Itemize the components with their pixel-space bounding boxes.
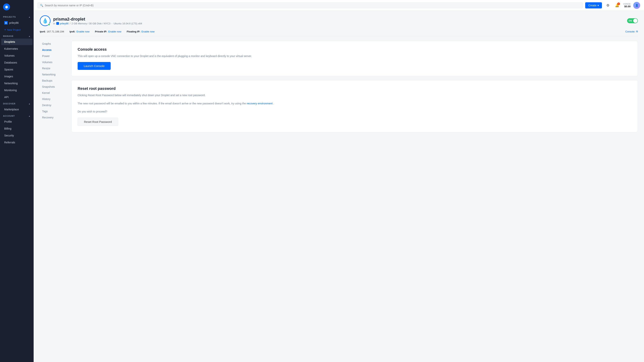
private-ip-enable-link[interactable]: Enable now (108, 30, 122, 33)
private-ip-group: Private IP: Enable now (95, 30, 122, 33)
kubernetes-label: Kubernetes (4, 47, 18, 50)
reset-password-button[interactable]: Reset Root Password (78, 118, 118, 126)
droplet-project-link[interactable]: priley86 (60, 22, 68, 25)
reset-password-desc2: The new root password will be emailed to… (78, 101, 632, 106)
notifications-button[interactable]: 🔔 4 (614, 2, 620, 9)
security-label: Security (4, 134, 14, 137)
sidebar-item-networking[interactable]: Networking (1, 80, 32, 86)
cards-area: Console access This will open up a conso… (71, 41, 638, 132)
droplet-specs: / (70, 22, 70, 25)
subnav-networking[interactable]: Networking (40, 72, 67, 77)
sidebar-item-referrals[interactable]: Referrals (1, 139, 32, 146)
create-label: Create (588, 4, 596, 7)
images-label: Images (4, 75, 13, 78)
topbar-right: Create ▾ ⚙ 🔔 4 USAGE $0.00 👤 (585, 2, 640, 9)
usage-amount: $0.00 (623, 5, 630, 8)
sidebar-item-volumes[interactable]: Volumes (1, 52, 32, 59)
project-icon: ▦ (4, 21, 8, 24)
create-button[interactable]: Create ▾ (585, 2, 602, 8)
subnav-history[interactable]: History (40, 96, 67, 102)
droplet-meta: in priley86 / 2 GB Memory / 30 GB Disk /… (53, 22, 624, 25)
volumes-label: Volumes (4, 54, 14, 57)
subnav-graphs[interactable]: Graphs (40, 41, 67, 47)
api-label: API (4, 96, 9, 99)
floating-ip-group: Floating IP: Enable now (127, 30, 155, 33)
spaces-label: Spaces (4, 68, 13, 71)
reset-password-title: Reset root password (78, 86, 632, 91)
sidebar-item-marketplace[interactable]: Marketplace (1, 106, 32, 113)
ipv6-label: ipv6: (70, 30, 75, 33)
droplets-label: Droplets (4, 40, 15, 43)
subnav-resize[interactable]: Resize (40, 65, 67, 71)
page-content: 💧 prisma2-droplet in priley86 / 2 GB Mem… (34, 11, 644, 362)
projects-section-label: PROJECTS (3, 16, 16, 18)
ipv6-enable-link[interactable]: Enable now (76, 30, 90, 33)
subnav-destroy[interactable]: Destroy (40, 102, 67, 108)
droplet-status-dot (48, 23, 50, 26)
toggle-track[interactable]: ON (627, 18, 638, 23)
console-access-card: Console access This will open up a conso… (71, 41, 638, 76)
console-label: Console: (625, 30, 635, 33)
subnav-tags[interactable]: Tags (40, 108, 67, 114)
console-link[interactable]: Console: ⧉ (625, 30, 638, 33)
manage-chevron-icon: ▲ (28, 35, 30, 37)
private-ip-label: Private IP: (95, 30, 107, 33)
reset-password-desc2-period: . (274, 102, 274, 105)
subnav-backups[interactable]: Backups (40, 78, 67, 83)
search-input[interactable] (45, 4, 580, 7)
manage-section-label: MANAGE (3, 35, 14, 37)
sidebar-item-kubernetes[interactable]: Kubernetes (1, 45, 32, 52)
project-tag-icon (56, 22, 59, 25)
projects-section-header[interactable]: PROJECTS ▲ (0, 14, 34, 19)
sidebar-item-billing[interactable]: Billing (1, 125, 32, 132)
databases-label: Databases (4, 61, 17, 64)
console-access-desc: This will open up a console VNC connecti… (78, 54, 632, 58)
subnav-volumes[interactable]: Volumes (40, 59, 67, 65)
sidebar-item-spaces[interactable]: Spaces (1, 66, 32, 73)
external-link-icon: ⧉ (636, 30, 638, 33)
floating-ip-enable-link[interactable]: Enable now (142, 30, 154, 33)
droplet-header: 💧 prisma2-droplet in priley86 / 2 GB Mem… (40, 15, 638, 26)
new-project-label: New Project (7, 28, 20, 31)
sidebar-item-databases[interactable]: Databases (1, 59, 32, 66)
toggle-knob (633, 19, 638, 23)
sidebar-item-security[interactable]: Security (1, 132, 32, 139)
launch-console-button[interactable]: Launch Console (78, 62, 111, 70)
subnav-kernel[interactable]: Kernel (40, 90, 67, 96)
sidebar-item-monitoring[interactable]: Monitoring (1, 87, 32, 93)
new-project-button[interactable]: + New Project (1, 27, 32, 33)
recovery-environment-link[interactable]: recovery environment (247, 102, 272, 105)
sidebar-item-profile[interactable]: Profile (1, 118, 32, 125)
reset-password-card: Reset root password Clicking Reset Root … (71, 80, 638, 132)
settings-button[interactable]: ⚙ (604, 2, 611, 9)
create-chevron-icon: ▾ (598, 4, 599, 7)
project-label: priley86 (9, 21, 19, 24)
subnav-snapshots[interactable]: Snapshots (40, 84, 67, 90)
power-toggle[interactable]: ON (627, 18, 638, 23)
account-section-header[interactable]: ACCOUNT ▲ (0, 113, 34, 118)
sidebar-item-api[interactable]: API (1, 94, 32, 100)
logo-icon[interactable]: ◉ (3, 3, 10, 10)
droplet-project-prefix: in (53, 22, 55, 25)
search-container[interactable]: 🔍 (38, 2, 583, 8)
subnav-access[interactable]: Access (40, 47, 67, 53)
console-access-title: Console access (78, 47, 632, 52)
sidebar-item-priley86[interactable]: ▦ priley86 (1, 19, 32, 26)
subnav-recovery[interactable]: Recovery (40, 115, 67, 120)
discover-section-header[interactable]: DISCOVER ▲ (0, 101, 34, 106)
account-chevron-icon: ▲ (28, 115, 30, 117)
reset-password-desc3: Do you wish to proceed? (78, 109, 632, 114)
ipv4-label: ipv4: (40, 30, 46, 33)
sidebar-item-droplets[interactable]: Droplets (1, 38, 32, 45)
subnav-power[interactable]: Power (40, 53, 67, 59)
sub-layout: Graphs Access Power Volumes Resize Netwo… (40, 41, 638, 132)
search-icon: 🔍 (40, 4, 43, 7)
sidebar-item-images[interactable]: Images (1, 73, 32, 80)
usage-label: USAGE (623, 3, 630, 5)
referrals-label: Referrals (4, 141, 15, 144)
avatar[interactable]: 👤 (633, 2, 640, 9)
droplet-dash: - (112, 22, 112, 25)
plus-icon: + (4, 28, 6, 31)
manage-section-header[interactable]: MANAGE ▲ (0, 33, 34, 38)
sidebar: ◉ PROJECTS ▲ ▦ priley86 + New Project MA… (0, 0, 34, 362)
